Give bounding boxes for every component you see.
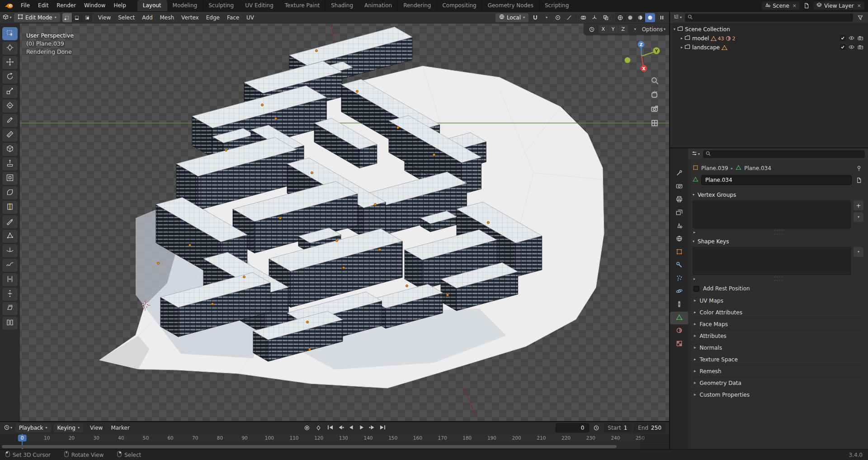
properties-tab-view-layer[interactable] <box>670 207 688 219</box>
workspace-tab-modeling[interactable]: Modeling <box>167 0 203 11</box>
visibility-dropdown[interactable] <box>579 13 588 22</box>
view-layer-remove-icon[interactable]: × <box>857 3 861 9</box>
properties-tab-render[interactable] <box>670 180 688 193</box>
options-button[interactable]: Options▾ <box>642 25 665 34</box>
frame-end-field[interactable]: End 250 <box>634 423 665 432</box>
editor-type-button[interactable]: ▾ <box>3 13 12 22</box>
exclude-checkbox[interactable] <box>840 35 845 42</box>
shading-wireframe-button[interactable] <box>615 13 625 22</box>
workspace-tab-layout[interactable]: Layout <box>137 0 167 11</box>
face-select-button[interactable] <box>82 13 92 22</box>
expand-icon[interactable]: ▾ <box>674 28 675 31</box>
proportional-editing-button[interactable] <box>553 13 562 22</box>
viewport-menu-vertex[interactable]: Vertex <box>178 12 203 23</box>
properties-tab-texture[interactable] <box>670 338 688 351</box>
properties-tab-particles[interactable] <box>670 272 688 285</box>
viewport-3d[interactable]: ▾ Edit Mode ▾ ViewSelectAddMeshVertexEdg… <box>0 12 669 421</box>
workspace-tab-rendering[interactable]: Rendering <box>398 0 437 11</box>
keying-set-button[interactable] <box>314 423 323 432</box>
timeline-editor-type-button[interactable]: ▾ <box>4 423 13 432</box>
panel-remesh[interactable]: ▸Remesh <box>693 365 863 377</box>
tool-rotate-button[interactable] <box>2 71 18 84</box>
panel-attributes[interactable]: ▸Attributes <box>693 330 863 341</box>
expand-icon[interactable]: ▸ <box>681 46 683 49</box>
scene-unlink-icon[interactable]: × <box>793 3 797 9</box>
timeline-menu-marker[interactable]: Marker <box>107 422 133 434</box>
viewport-canvas[interactable]: ZYX <box>0 24 669 421</box>
properties-tab-scene[interactable] <box>670 220 688 232</box>
tool-scale-button[interactable] <box>2 85 18 98</box>
snap-toggle-button[interactable] <box>531 13 540 22</box>
expand-icon[interactable]: ▸ <box>681 37 683 40</box>
tool-cursor-3d-button[interactable] <box>2 42 18 55</box>
properties-tab-object[interactable] <box>670 246 688 259</box>
shading-material-button[interactable] <box>635 13 645 22</box>
play-button[interactable] <box>357 424 367 432</box>
mirror-z-toggle[interactable]: Z <box>618 25 628 33</box>
panel-resize-grip[interactable]: ········ <box>774 275 784 283</box>
breadcrumb-data[interactable]: Plane.034 <box>744 165 771 171</box>
new-scene-button[interactable] <box>802 1 811 10</box>
mode-dropdown[interactable]: Edit Mode ▾ <box>14 13 60 22</box>
properties-tab-material[interactable] <box>670 325 688 337</box>
play-reverse-button[interactable] <box>347 424 356 432</box>
viewport-menu-select[interactable]: Select <box>114 12 138 23</box>
viewport-menu-add[interactable]: Add <box>138 12 156 23</box>
pin-id-button[interactable] <box>854 164 863 173</box>
hide-in-viewport-icon[interactable] <box>849 44 854 51</box>
vertex-groups-panel-header[interactable]: ▾Vertex Groups <box>693 190 863 200</box>
workspace-tab-geometry-nodes[interactable]: Geometry Nodes <box>482 0 539 11</box>
shading-solid-button[interactable] <box>625 13 635 22</box>
properties-tab-physics[interactable] <box>670 285 688 298</box>
panel-resize-grip[interactable]: ········ <box>774 229 784 236</box>
breadcrumb-object[interactable]: Plane.039 <box>701 165 728 171</box>
viewport-menu-edge[interactable]: Edge <box>203 12 223 23</box>
jump-to-start-button[interactable] <box>326 424 335 432</box>
render-pause-button[interactable] <box>657 13 666 22</box>
menu-help[interactable]: Help <box>109 0 130 11</box>
disable-in-renders-icon[interactable] <box>858 35 863 42</box>
tool-transform-button[interactable] <box>2 100 18 113</box>
navigation-gizmo[interactable]: ZYX <box>625 41 660 72</box>
viewport-menu-uv[interactable]: UV <box>243 12 258 23</box>
falloff-dropdown[interactable] <box>565 13 574 22</box>
frame-start-field[interactable]: Start 1 <box>604 423 631 432</box>
shape-keys-panel-header[interactable]: ▾Shape Keys <box>693 236 863 247</box>
panel-custom-properties[interactable]: ▸Custom Properties <box>693 389 863 400</box>
tool-knife-button[interactable] <box>2 215 18 228</box>
jump-to-end-button[interactable] <box>378 424 387 432</box>
tool-measure-button[interactable] <box>2 128 18 142</box>
disable-in-renders-icon[interactable] <box>858 44 863 51</box>
tool-shear-button[interactable] <box>2 302 18 315</box>
gizmos-dropdown[interactable] <box>590 13 599 22</box>
hide-in-viewport-icon[interactable] <box>849 35 854 42</box>
add-rest-position-checkbox[interactable] <box>693 286 699 292</box>
mirror-x-toggle[interactable]: X <box>599 25 609 33</box>
menu-render[interactable]: Render <box>52 0 80 11</box>
outliner-row-landscape[interactable]: ▸landscape <box>670 43 868 52</box>
snap-settings-button[interactable]: ▾ <box>542 13 551 22</box>
workspace-tab-scripting[interactable]: Scripting <box>539 0 575 11</box>
keying-dropdown[interactable]: Keying▾ <box>54 423 83 432</box>
viewport-menu-face[interactable]: Face <box>223 12 243 23</box>
properties-tab-output[interactable] <box>670 194 688 206</box>
properties-editor-type-button[interactable]: ▾ <box>691 150 700 159</box>
view-layer-selector[interactable]: View Layer × <box>813 1 864 10</box>
edge-select-button[interactable] <box>72 13 82 22</box>
next-keyframe-button[interactable] <box>368 424 377 432</box>
vertex-groups-list[interactable] <box>693 200 851 228</box>
mirror-y-toggle[interactable]: Y <box>609 25 618 33</box>
tool-smooth-button[interactable] <box>2 259 18 272</box>
fake-user-button[interactable] <box>854 175 863 185</box>
vertex-group-specials-button[interactable]: ▾ <box>854 212 863 222</box>
tool-spin-button[interactable] <box>2 244 18 257</box>
shading-rendered-button[interactable] <box>645 13 655 22</box>
panel-uv-maps[interactable]: ▸UV Maps <box>693 294 863 306</box>
tool-shrink-fatten-button[interactable] <box>2 288 18 301</box>
use-preview-range-button[interactable] <box>592 423 601 432</box>
overlays-dropdown[interactable] <box>601 13 610 22</box>
timeline-scrollbar[interactable] <box>2 445 617 448</box>
auto-keying-button[interactable] <box>302 423 311 432</box>
workspace-tab-sculpting[interactable]: Sculpting <box>203 0 240 11</box>
timeline-ruler[interactable]: 0102030405060708090100110120130140150160… <box>0 434 669 443</box>
